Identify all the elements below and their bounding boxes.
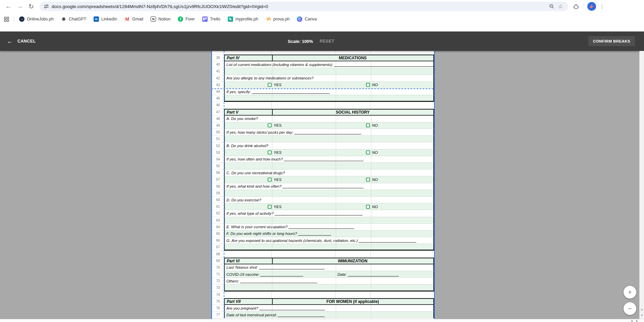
gridline xyxy=(371,142,371,149)
cell-text: If yes, how often and how much? xyxy=(226,157,283,161)
row-number: 66 xyxy=(212,237,224,244)
gridline xyxy=(336,176,336,183)
yes-label: YES xyxy=(274,123,281,127)
row-number: 58 xyxy=(212,183,224,190)
cell-text: A. Do you smoke? xyxy=(226,117,258,121)
row-cells: B. Do you drink alcohol? xyxy=(224,142,434,149)
gridline xyxy=(370,51,371,54)
bookmark-Gmail[interactable]: Gmail xyxy=(124,16,143,22)
bookmark-label: OnlineJobs.ph xyxy=(27,17,54,21)
url-bar[interactable]: docs.google.com/spreadsheets/d/1284MmdN7… xyxy=(40,2,568,11)
bookmark-label: LinkedIn xyxy=(101,17,117,21)
row-cells: YESNO xyxy=(224,176,434,183)
row-number: 39 xyxy=(212,55,224,61)
sheet-row-69: 69Part VIIMMUNIZATION xyxy=(212,258,434,264)
scroll-left-icon[interactable]: ◀ xyxy=(631,319,633,322)
cell-text: Are you pregnant? xyxy=(226,306,258,310)
gridline xyxy=(371,278,371,284)
sheet-row-48: 48A. Do you smoke? xyxy=(212,116,434,122)
cell-text: C. Do you use recreational drugs? xyxy=(226,171,285,175)
site-settings-icon[interactable] xyxy=(44,4,49,9)
sheet-row-76: 76Are you pregnant? xyxy=(212,305,434,312)
vertical-scrollbar[interactable]: ▲ ▼ xyxy=(639,51,644,319)
gridline xyxy=(371,163,371,169)
bookmark-Fiver[interactable]: Fiver xyxy=(178,16,195,22)
gridline xyxy=(371,129,371,135)
sheet-row-65: 65F. Do you work night shifts or long ho… xyxy=(212,231,434,237)
zoom-out-button[interactable]: − xyxy=(624,302,636,315)
gridline xyxy=(371,203,371,210)
gridline xyxy=(370,292,371,298)
page-break-line-column[interactable] xyxy=(224,51,224,319)
horizontal-scrollbar[interactable]: ◀ ▶ xyxy=(0,319,644,322)
back-icon[interactable]: ← xyxy=(3,1,14,12)
cell-text: D. Do you exercise? xyxy=(226,198,261,202)
gridline xyxy=(272,156,272,163)
yes-checkbox xyxy=(268,83,272,87)
page-break-line-left[interactable] xyxy=(211,51,212,319)
page-break-line-right[interactable] xyxy=(434,51,435,319)
gridline xyxy=(371,284,371,290)
blank-line xyxy=(334,63,434,67)
gridline xyxy=(272,284,272,290)
bookmark-Canva[interactable]: Canva xyxy=(297,16,317,22)
secondary-field: Date: xyxy=(337,271,399,277)
refresh-icon[interactable]: ↻ xyxy=(25,1,37,12)
zoom-icon[interactable] xyxy=(547,2,556,11)
no-checkbox xyxy=(366,178,370,182)
row-cells: If yes, what type of activity? xyxy=(224,210,434,217)
bookmark-OnlineJobs.ph[interactable]: OnlineJobs.ph xyxy=(19,16,54,22)
chatgpt-favicon xyxy=(61,16,66,22)
bookmark-Notion[interactable]: Notion xyxy=(151,16,170,22)
sheet-row-40: 40List of current medications (including… xyxy=(212,61,434,68)
row-number: 61 xyxy=(212,203,224,210)
profile-avatar[interactable] xyxy=(587,2,596,11)
sheet-row-51: 51 xyxy=(212,136,434,142)
browser-menu-icon[interactable]: ⋮ xyxy=(598,3,606,9)
bookmark-star-icon[interactable]: ☆ xyxy=(556,2,565,11)
page-break-line-row[interactable] xyxy=(211,88,435,89)
url-text[interactable]: docs.google.com/spreadsheets/d/1284MmdN7… xyxy=(52,4,547,9)
row-cells xyxy=(224,251,434,257)
gridline xyxy=(272,237,272,244)
gridline xyxy=(336,122,336,129)
gridline xyxy=(371,190,371,196)
row-cells: List of current medications (including v… xyxy=(224,61,434,68)
gridline xyxy=(272,75,272,81)
sheet-row-63: 63 xyxy=(212,217,434,224)
cancel-button[interactable]: ← CANCEL xyxy=(7,38,36,45)
section-title: MEDICATIONS xyxy=(272,56,433,60)
notion-favicon xyxy=(151,16,156,22)
gridline xyxy=(271,292,272,298)
row-number: 67 xyxy=(212,244,224,251)
scroll-right-icon[interactable]: ▶ xyxy=(636,319,638,322)
row-cells: YESNO xyxy=(224,122,434,129)
gridline xyxy=(371,122,371,129)
gridline xyxy=(271,251,272,257)
bookmark-Trello[interactable]: Trello xyxy=(202,16,220,22)
row-number: 46 xyxy=(212,102,224,109)
bookmark-myprofile.ph[interactable]: myprofile.ph xyxy=(228,16,258,22)
reset-button[interactable]: RESET xyxy=(320,39,334,44)
row-number: 45 xyxy=(212,95,224,102)
gridline xyxy=(336,149,336,156)
zoom-in-button[interactable]: + xyxy=(624,286,636,299)
bookmark-LinkedIn[interactable]: LinkedIn xyxy=(94,16,117,22)
sheet-rows: 39Part IVMEDICATIONS40List of current me… xyxy=(212,51,434,318)
gridline xyxy=(371,312,371,318)
row-cells xyxy=(224,51,434,55)
yes-checkbox xyxy=(268,123,272,127)
blank-line xyxy=(359,239,416,243)
scroll-down-icon[interactable]: ▼ xyxy=(640,314,644,317)
forward-icon[interactable]: → xyxy=(14,1,25,12)
scroll-up-icon[interactable]: ▲ xyxy=(640,308,644,311)
extensions-icon[interactable] xyxy=(572,2,580,11)
apps-grid-icon[interactable] xyxy=(4,17,9,22)
confirm-breaks-button[interactable]: CONFIRM BREAKS xyxy=(588,36,635,46)
gridline xyxy=(370,102,371,108)
cell-text: F. Do you work night shifts or long hour… xyxy=(226,232,297,236)
row-cells: COVID-19 vaccine:Date: xyxy=(224,271,434,278)
bookmark-label: Trello xyxy=(210,17,220,21)
bookmark-ChatGPT[interactable]: ChatGPT xyxy=(61,16,86,22)
bookmark-prova.ph[interactable]: prova.ph xyxy=(266,16,290,22)
